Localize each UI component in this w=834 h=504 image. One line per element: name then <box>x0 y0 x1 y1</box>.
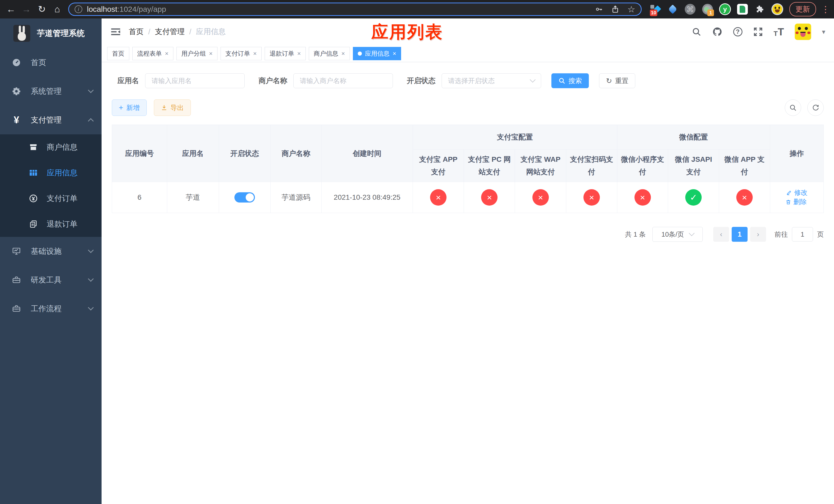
breadcrumb-home[interactable]: 首页 <box>129 27 144 37</box>
sidebar-item-devtools[interactable]: 研发工具 <box>0 266 102 294</box>
tab-pay-order[interactable]: 支付订单× <box>221 47 262 60</box>
sidebar-item-system[interactable]: 系统管理 <box>0 77 102 106</box>
browser-reload-button[interactable]: ↻ <box>35 2 49 16</box>
address-bar[interactable]: i localhost:1024/pay/app ☆ <box>68 3 642 16</box>
edit-link[interactable]: 修改 <box>786 188 808 197</box>
app-name-input[interactable] <box>145 73 245 88</box>
tags-view-bar: 首页 流程表单× 用户分组× 支付订单× 退款订单× 商户信息× 应用信息× <box>102 45 834 62</box>
navbar: 首页 / 支付管理 / 应用信息 ? TT ▾ <box>102 19 834 45</box>
bookmark-star-icon[interactable]: ☆ <box>628 5 635 14</box>
status-x-icon: × <box>430 189 446 206</box>
sidebar-item-payment[interactable]: ¥ 支付管理 <box>0 106 102 134</box>
page-annotation: 应用列表 <box>371 21 443 44</box>
search-button[interactable]: 搜索 <box>551 73 589 88</box>
user-avatar[interactable] <box>795 24 811 40</box>
search-icon[interactable] <box>692 27 701 37</box>
status-toggle[interactable] <box>235 192 255 203</box>
close-icon[interactable]: × <box>393 50 396 57</box>
share-icon[interactable] <box>611 5 619 13</box>
password-key-icon[interactable] <box>595 5 603 13</box>
next-page-button[interactable]: › <box>750 227 766 242</box>
profile-avatar-icon[interactable] <box>771 3 783 15</box>
page-size-select[interactable]: 10条/页 <box>653 227 703 242</box>
fullscreen-icon[interactable] <box>753 27 763 37</box>
cell-app-id: 6 <box>112 182 167 213</box>
tab-app-info[interactable]: 应用信息× <box>353 47 401 60</box>
github-icon[interactable] <box>712 27 722 37</box>
sidebar-item-refund-order[interactable]: 退款订单 <box>0 211 102 237</box>
close-icon[interactable]: × <box>341 50 345 57</box>
browser-forward-button[interactable]: → <box>20 2 33 16</box>
breadcrumb-current: 应用信息 <box>196 27 226 37</box>
goto-unit: 页 <box>817 230 824 239</box>
command-extension-icon[interactable]: ⌘ <box>684 3 696 15</box>
status-check-icon: ✓ <box>685 189 702 206</box>
col-header-id: 应用编号 <box>112 125 167 182</box>
delete-link[interactable]: 删除 <box>785 198 807 206</box>
chevron-down-icon <box>689 230 695 236</box>
close-icon[interactable]: × <box>209 50 213 57</box>
session-extension-icon[interactable]: 1 <box>702 3 714 15</box>
merchant-name-label: 商户名称 <box>259 76 287 86</box>
y-extension-icon[interactable]: y <box>719 3 731 15</box>
sidebar-collapse-icon[interactable] <box>110 26 121 37</box>
yen-icon: ¥ <box>11 115 22 125</box>
goto-page-input[interactable] <box>792 227 813 242</box>
chevron-down-icon <box>88 304 94 311</box>
help-icon[interactable]: ? <box>733 27 743 37</box>
avatar-caret-down-icon[interactable]: ▾ <box>822 28 825 36</box>
merchant-name-input[interactable] <box>293 73 393 88</box>
font-size-icon[interactable]: TT <box>774 26 784 38</box>
export-button[interactable]: 导出 <box>154 99 191 116</box>
page-number-button[interactable]: 1 <box>732 227 748 242</box>
notes-extension-icon[interactable] <box>737 3 748 15</box>
sidebar-item-app-info[interactable]: 应用信息 <box>0 160 102 186</box>
sidebar-item-label: 工作流程 <box>31 303 62 314</box>
browser-menu-icon[interactable]: ⋮ <box>821 4 830 14</box>
browser-back-button[interactable]: ← <box>4 2 18 16</box>
close-icon[interactable]: × <box>253 50 257 57</box>
close-icon[interactable]: × <box>165 50 169 57</box>
breadcrumb-payment[interactable]: 支付管理 <box>155 27 185 37</box>
sidebar: 芋道管理系统 首页 系统管理 ¥ 支付管理 商户信息 <box>0 19 102 504</box>
sidebar-item-label: 系统管理 <box>31 86 62 97</box>
col-header-name: 应用名 <box>167 125 219 182</box>
sidebar-item-pay-order[interactable]: 支付订单 <box>0 186 102 211</box>
prev-page-button[interactable]: ‹ <box>713 227 729 242</box>
goto-label: 前往 <box>774 230 788 239</box>
extensions-puzzle-icon[interactable] <box>754 3 766 15</box>
sidebar-item-home[interactable]: 首页 <box>0 48 102 77</box>
sidebar-item-label: 首页 <box>31 58 46 68</box>
tab-user-group[interactable]: 用户分组× <box>176 47 218 60</box>
sidebar-item-infra[interactable]: 基础设施 <box>0 237 102 266</box>
site-info-icon[interactable]: i <box>74 5 82 13</box>
tab-process-form[interactable]: 流程表单× <box>132 47 173 60</box>
dashboard-icon <box>11 58 22 67</box>
status-select[interactable]: 请选择开启状态 <box>442 73 541 88</box>
col-header-wx-app: 微信 APP 支付 <box>719 150 770 182</box>
app-name-label: 应用名 <box>117 76 139 86</box>
tab-refund-order[interactable]: 退款订单× <box>265 47 306 60</box>
app-logo[interactable]: 芋道管理系统 <box>0 19 102 48</box>
chrome-update-button[interactable]: 更新 <box>789 2 816 17</box>
col-header-wx-jsapi: 微信 JSAPI 支付 <box>668 150 719 182</box>
close-icon[interactable]: × <box>297 50 301 57</box>
toolbox-icon <box>11 275 22 284</box>
sidebar-item-merchant-info[interactable]: 商户信息 <box>0 134 102 160</box>
toggle-search-button[interactable] <box>785 99 801 116</box>
col-header-merchant: 商户名称 <box>270 125 322 182</box>
refresh-table-button[interactable] <box>807 99 824 116</box>
sidebar-item-label: 商户信息 <box>47 142 78 153</box>
pay-order-icon <box>28 194 39 203</box>
tab-merchant-info[interactable]: 商户信息× <box>309 47 350 60</box>
download-icon <box>161 104 168 111</box>
reset-button[interactable]: ↻ 重置 <box>599 73 635 88</box>
browser-home-button[interactable]: ⌂ <box>50 2 64 16</box>
adblock-extension-icon[interactable]: 10 <box>649 3 661 15</box>
page-content: 应用名 商户名称 开启状态 请选择开启状态 搜索 <box>102 62 834 504</box>
tab-home[interactable]: 首页 <box>107 47 129 60</box>
col-header-wx-lite: 微信小程序支付 <box>617 150 668 182</box>
kite-extension-icon[interactable] <box>667 3 679 15</box>
sidebar-item-workflow[interactable]: 工作流程 <box>0 294 102 323</box>
add-button[interactable]: + 新增 <box>112 99 147 116</box>
